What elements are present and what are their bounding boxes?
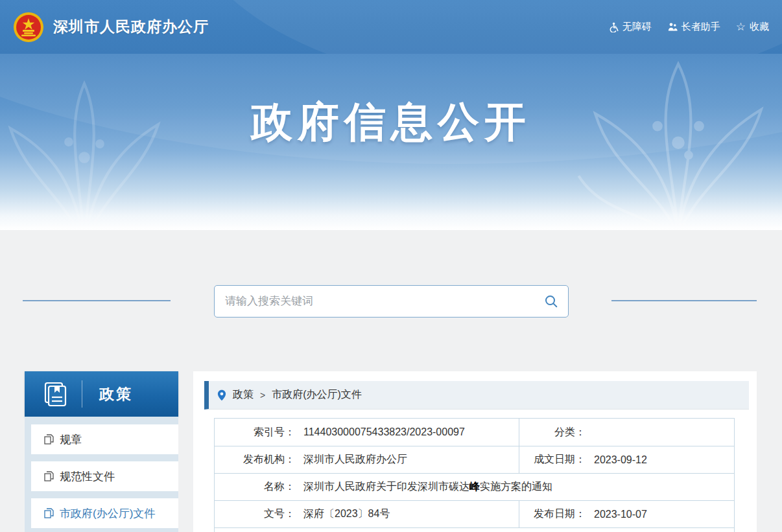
document-name-label: 名称： [215, 480, 295, 494]
issuing-agency-cell: 发布机构： 深圳市人民政府办公厅 [215, 446, 519, 473]
date-published-cell: 发布日期： 2023-10-07 [519, 501, 734, 527]
sidebar-header-policy[interactable]: 政策 [25, 371, 178, 417]
category-label: 分类： [519, 426, 586, 439]
document-icon [44, 434, 54, 445]
sidebar-item-label: 规范性文件 [60, 469, 115, 484]
sidebar-item-label: 规章 [60, 432, 82, 447]
index-number-cell: 索引号： 114403000075433823/2023-00097 [215, 419, 519, 446]
site-title: 深圳市人民政府办公厅 [53, 17, 209, 37]
document-number-value: 深府〔2023〕84号 [303, 507, 390, 521]
national-emblem-logo [13, 12, 44, 43]
partial-row-cell [215, 528, 734, 532]
search-input[interactable] [215, 286, 534, 317]
accessibility-icon [608, 22, 619, 32]
issuing-agency-value: 深圳市人民政府办公厅 [303, 453, 407, 467]
table-row-partial [215, 527, 734, 532]
date-written-value: 2023-09-12 [594, 454, 647, 466]
date-published-value: 2023-10-07 [594, 509, 647, 520]
breadcrumb: 政策 > 市政府(办公厅)文件 [204, 381, 749, 410]
sidebar-item-municipal-government-documents[interactable]: 市政府(办公厅)文件 [31, 498, 178, 528]
table-row-agency-date: 发布机构： 深圳市人民政府办公厅 成文日期： 2023-09-12 [215, 446, 734, 473]
table-row-docnumber-pubdate: 文号： 深府〔2023〕84号 发布日期： 2023-10-07 [215, 500, 734, 527]
sidebar-item-normative-documents[interactable]: 规范性文件 [31, 461, 178, 491]
sidebar-menu: 规章 规范性文件 市政府(办公厅)文件 [25, 417, 178, 532]
page-title: 政府信息公开 [0, 94, 782, 150]
search-decor-line-right [611, 300, 757, 301]
elder-helper-link-label: 长者助手 [681, 21, 720, 33]
document-icon [44, 471, 54, 481]
document-name-pre: 深圳市人民政府关于印发深圳市碳达 [303, 481, 469, 492]
book-icon [41, 380, 69, 408]
search-icon [544, 294, 558, 308]
search-box [214, 285, 569, 318]
hero-banner: 政府信息公开 [0, 54, 782, 230]
document-number-cell: 文号： 深府〔2023〕84号 [215, 501, 519, 527]
location-pin-icon [217, 389, 226, 401]
star-icon: ☆ [736, 21, 746, 32]
index-number-label: 索引号： [215, 426, 295, 439]
document-name-value: 深圳市人民政府关于印发深圳市碳达峰实施方案的通知 [303, 480, 552, 494]
document-meta-table: 索引号： 114403000075433823/2023-00097 分类： 发… [214, 418, 735, 532]
date-written-cell: 成文日期： 2023-09-12 [519, 446, 734, 473]
accessibility-link[interactable]: 无障碍 [608, 21, 652, 33]
breadcrumb-root[interactable]: 政策 [233, 388, 254, 402]
issuing-agency-label: 发布机构： [215, 453, 295, 467]
favorite-link[interactable]: ☆ 收藏 [736, 21, 769, 33]
sidebar-header-title: 政策 [99, 384, 133, 404]
index-number-value: 114403000075433823/2023-00097 [303, 426, 465, 438]
breadcrumb-current: 市政府(办公厅)文件 [272, 388, 362, 402]
document-name-highlight: 峰 [469, 481, 480, 492]
sidebar-item-label: 市政府(办公厅)文件 [60, 506, 155, 521]
search-decor-line-left [23, 300, 171, 301]
accessibility-link-label: 无障碍 [622, 21, 652, 33]
document-name-post: 实施方案的通知 [480, 481, 552, 492]
top-links: 无障碍 长者助手 ☆ 收藏 [608, 21, 769, 33]
date-written-label: 成文日期： [519, 453, 586, 467]
table-row-name: 名称： 深圳市人民政府关于印发深圳市碳达峰实施方案的通知 [215, 473, 734, 500]
table-row-index-category: 索引号： 114403000075433823/2023-00097 分类： [215, 419, 734, 446]
favorite-link-label: 收藏 [750, 21, 769, 33]
breadcrumb-separator: > [260, 390, 265, 400]
document-number-label: 文号： [215, 507, 295, 521]
page: 深圳市人民政府办公厅 无障碍 长者助手 [0, 0, 782, 532]
sidebar-item-regulations[interactable]: 规章 [31, 424, 178, 454]
elder-helper-link[interactable]: 长者助手 [667, 21, 720, 33]
search-button[interactable] [534, 286, 568, 317]
sidebar-header-divider [82, 380, 82, 408]
category-cell: 分类： [519, 419, 734, 446]
date-published-label: 发布日期： [519, 507, 586, 521]
document-icon [44, 508, 54, 518]
top-header-bar: 深圳市人民政府办公厅 无障碍 长者助手 [0, 0, 782, 54]
elder-helper-icon [667, 22, 678, 32]
document-name-cell: 名称： 深圳市人民政府关于印发深圳市碳达峰实施方案的通知 [215, 474, 734, 500]
